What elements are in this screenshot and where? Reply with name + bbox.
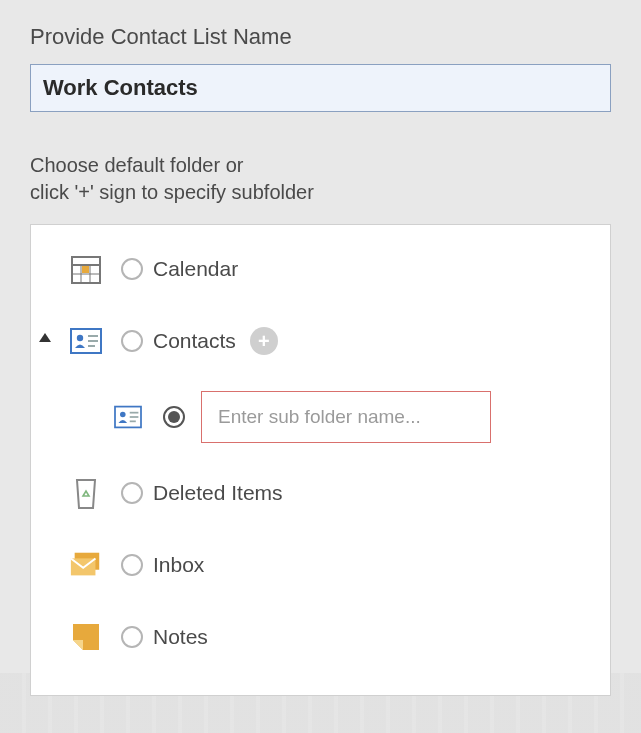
folder-label-deleted: Deleted Items bbox=[153, 481, 283, 505]
svg-rect-5 bbox=[82, 266, 89, 273]
subfolder-name-input[interactable] bbox=[201, 391, 491, 443]
folder-label-notes: Notes bbox=[153, 625, 208, 649]
subfolder-row bbox=[103, 391, 580, 443]
folder-radio-notes[interactable] bbox=[121, 626, 143, 648]
folder-label-inbox: Inbox bbox=[153, 553, 204, 577]
folder-row-calendar: Calendar bbox=[61, 247, 580, 291]
add-subfolder-button[interactable]: + bbox=[250, 327, 278, 355]
svg-point-12 bbox=[120, 412, 126, 418]
notes-icon bbox=[69, 620, 103, 654]
inbox-icon bbox=[69, 548, 103, 582]
plus-icon: + bbox=[258, 331, 270, 351]
contacts-icon bbox=[69, 324, 103, 358]
calendar-icon bbox=[69, 252, 103, 286]
instruction-line-1: Choose default folder or bbox=[30, 154, 243, 176]
instruction-text: Choose default folder or click '+' sign … bbox=[30, 152, 611, 206]
folder-tree-panel: Calendar Contacts + bbox=[30, 224, 611, 696]
instruction-line-2: click '+' sign to specify subfolder bbox=[30, 181, 314, 203]
folder-label-calendar: Calendar bbox=[153, 257, 238, 281]
contacts-icon bbox=[111, 400, 145, 434]
folder-radio-contacts[interactable] bbox=[121, 330, 143, 352]
folder-label-contacts: Contacts bbox=[153, 329, 236, 353]
chevron-down-icon[interactable] bbox=[39, 333, 51, 342]
folder-row-contacts: Contacts + bbox=[61, 319, 580, 363]
contact-list-name-input[interactable] bbox=[30, 64, 611, 112]
folder-row-notes: Notes bbox=[61, 615, 580, 659]
subfolder-radio[interactable] bbox=[163, 406, 185, 428]
folder-row-deleted: Deleted Items bbox=[61, 471, 580, 515]
folder-radio-inbox[interactable] bbox=[121, 554, 143, 576]
folder-radio-deleted[interactable] bbox=[121, 482, 143, 504]
folder-row-inbox: Inbox bbox=[61, 543, 580, 587]
page-title: Provide Contact List Name bbox=[30, 24, 611, 50]
trash-icon bbox=[69, 476, 103, 510]
folder-radio-calendar[interactable] bbox=[121, 258, 143, 280]
svg-point-7 bbox=[77, 335, 83, 341]
